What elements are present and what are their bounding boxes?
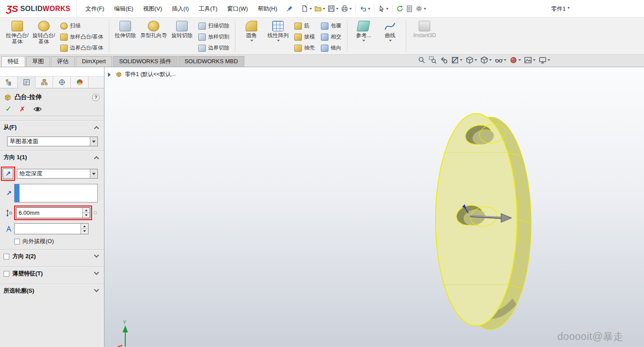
draft-angle-value[interactable] bbox=[15, 224, 81, 234]
rib-button[interactable]: 筋 bbox=[292, 20, 317, 31]
displaymanager-tab[interactable] bbox=[71, 76, 89, 88]
curves-button[interactable]: 曲线 bbox=[377, 19, 403, 43]
feature-tree-root-item[interactable]: 零件1 (默认<<默认... bbox=[125, 71, 176, 78]
flyout-expand-icon[interactable] bbox=[108, 72, 113, 77]
thin-feature-checkbox[interactable] bbox=[4, 271, 9, 277]
shell-icon bbox=[294, 45, 302, 52]
zoom-to-fit-icon bbox=[418, 56, 426, 64]
save-button[interactable] bbox=[327, 4, 339, 14]
feature-tree-flyout[interactable]: 零件1 (默认<<默认... bbox=[108, 71, 176, 78]
tab-dimxpert[interactable]: DimXpert bbox=[76, 56, 112, 67]
menu-insert[interactable]: 插入(I) bbox=[167, 0, 193, 17]
extruded-boss-button[interactable]: 拉伸凸台/基体 bbox=[4, 19, 31, 45]
shell-button[interactable]: 抽壳 bbox=[292, 42, 317, 53]
depth-value[interactable]: 6.00mm bbox=[16, 208, 82, 218]
help-button[interactable]: ? bbox=[92, 94, 100, 101]
wrap-button[interactable]: 包覆 bbox=[319, 20, 343, 31]
spin-up-button[interactable] bbox=[81, 224, 88, 229]
instant3d-button[interactable]: Instant3D bbox=[409, 19, 440, 38]
direction-reference-listbox[interactable] bbox=[14, 184, 98, 202]
pin-menu-button[interactable] bbox=[286, 5, 293, 12]
depth-spinbox[interactable]: 6.00mm bbox=[16, 207, 90, 218]
zoom-to-fit-button[interactable] bbox=[418, 56, 426, 64]
menu-file[interactable]: 文件(F) bbox=[81, 0, 109, 17]
dimxpertmanager-tab[interactable] bbox=[53, 76, 71, 88]
end-condition-select[interactable]: 给定深度 bbox=[17, 169, 98, 179]
hole-wizard-button[interactable]: 异型孔向导 bbox=[139, 19, 169, 38]
graphics-viewport[interactable]: Y 零件1 (默认<<默认... dooooit@暴走 bbox=[104, 67, 644, 347]
spin-down-button[interactable] bbox=[83, 213, 90, 218]
mirror-label: 镜向 bbox=[331, 44, 341, 52]
tab-mbd[interactable]: SOLIDWORKS MBD bbox=[178, 56, 244, 67]
options-button[interactable] bbox=[414, 4, 427, 14]
dropdown-arrow-icon bbox=[90, 169, 97, 178]
menu-help[interactable]: 帮助(H) bbox=[253, 0, 282, 17]
display-style-button[interactable] bbox=[480, 56, 492, 64]
tab-features[interactable]: 特征 bbox=[1, 56, 25, 67]
draft-outward-label: 向外拔模(O) bbox=[23, 237, 54, 245]
propertymanager-tab[interactable] bbox=[18, 76, 35, 88]
undo-button[interactable] bbox=[359, 4, 371, 14]
configurationmanager-tab[interactable] bbox=[35, 76, 53, 88]
select-button[interactable] bbox=[377, 4, 389, 14]
fillet-button[interactable]: 圆角 bbox=[238, 19, 265, 43]
view-orientation-button[interactable] bbox=[466, 56, 477, 64]
from-section-header[interactable]: 从(F) bbox=[0, 120, 104, 133]
menu-window[interactable]: 窗口(W) bbox=[222, 0, 253, 17]
menu-tools[interactable]: 工具(T) bbox=[194, 0, 223, 17]
linear-pattern-button[interactable]: 线性阵列 bbox=[265, 19, 291, 43]
swept-cut-button[interactable]: 扫描切除 bbox=[196, 20, 231, 31]
detach-handle-icon[interactable] bbox=[94, 211, 97, 214]
new-document-button[interactable] bbox=[300, 4, 313, 14]
tab-evaluate[interactable]: 评估 bbox=[51, 56, 75, 67]
featuremanager-tab[interactable] bbox=[0, 76, 18, 88]
intersect-button[interactable]: 相交 bbox=[319, 31, 343, 42]
dropdown-arrow-icon bbox=[90, 137, 97, 146]
selected-contours-section-header[interactable]: 所选轮廓(S) bbox=[0, 284, 104, 297]
swept-boss-button[interactable]: 扫描 bbox=[58, 20, 105, 31]
depth-spinner[interactable] bbox=[82, 208, 90, 218]
reference-geometry-button[interactable]: 参考... bbox=[350, 19, 377, 43]
hide-show-items-button[interactable] bbox=[495, 56, 506, 64]
file-properties-button[interactable] bbox=[405, 4, 414, 14]
boundary-cut-button[interactable]: 边界切除 bbox=[196, 42, 231, 53]
menu-edit[interactable]: 编辑(E) bbox=[109, 0, 138, 17]
spin-up-button[interactable] bbox=[83, 208, 90, 213]
tab-sketch[interactable]: 草图 bbox=[26, 56, 50, 67]
end-condition-value: 给定深度 bbox=[19, 170, 42, 178]
revolved-cut-button[interactable]: 旋转切除 bbox=[169, 19, 195, 38]
revolved-boss-button[interactable]: 旋转凸台/基体 bbox=[31, 19, 57, 45]
view-settings-button[interactable] bbox=[539, 56, 550, 64]
rebuild-button[interactable] bbox=[395, 4, 405, 14]
boundary-boss-button[interactable]: 边界凸台/基体 bbox=[58, 42, 105, 53]
ok-button[interactable]: ✓ bbox=[5, 106, 12, 113]
print-button[interactable] bbox=[340, 4, 353, 14]
reverse-direction-button[interactable]: ↗ bbox=[3, 168, 13, 179]
draft-button[interactable]: 拔模 bbox=[292, 31, 317, 42]
part-scene[interactable]: Y bbox=[104, 67, 644, 347]
preview-eye-button[interactable] bbox=[33, 106, 42, 112]
depth-row: D 6.00mm bbox=[4, 206, 98, 220]
direction1-section-header[interactable]: 方向 1(1) bbox=[0, 150, 104, 164]
spin-down-button[interactable] bbox=[81, 229, 88, 234]
lofted-cut-button[interactable]: 放样切割 bbox=[196, 31, 231, 42]
draft-angle-spinbox[interactable] bbox=[14, 223, 89, 234]
direction2-checkbox[interactable] bbox=[4, 254, 9, 259]
previous-view-button[interactable] bbox=[440, 56, 448, 64]
mirror-button[interactable]: 镜向 bbox=[319, 42, 343, 53]
draft-spinner[interactable] bbox=[81, 224, 88, 234]
menu-view[interactable]: 视图(V) bbox=[138, 0, 167, 17]
zoom-to-area-button[interactable] bbox=[429, 56, 437, 64]
thin-feature-section-header[interactable]: 薄壁特征(T) bbox=[0, 267, 104, 280]
tab-addins[interactable]: SOLIDWORKS 插件 bbox=[113, 56, 177, 67]
cancel-button[interactable]: ✗ bbox=[19, 106, 25, 113]
extruded-cut-button[interactable]: 拉伸切除 bbox=[112, 19, 139, 38]
section-view-button[interactable] bbox=[451, 56, 463, 64]
lofted-boss-button[interactable]: 放样凸台/基体 bbox=[58, 31, 105, 42]
draft-outward-checkbox[interactable] bbox=[14, 239, 20, 244]
open-file-button[interactable] bbox=[313, 4, 326, 14]
edit-appearance-button[interactable] bbox=[509, 56, 521, 64]
direction2-section-header[interactable]: 方向 2(2) bbox=[0, 249, 104, 263]
apply-scene-button[interactable] bbox=[524, 56, 536, 64]
start-condition-select[interactable]: 草图基准面 bbox=[7, 137, 98, 146]
